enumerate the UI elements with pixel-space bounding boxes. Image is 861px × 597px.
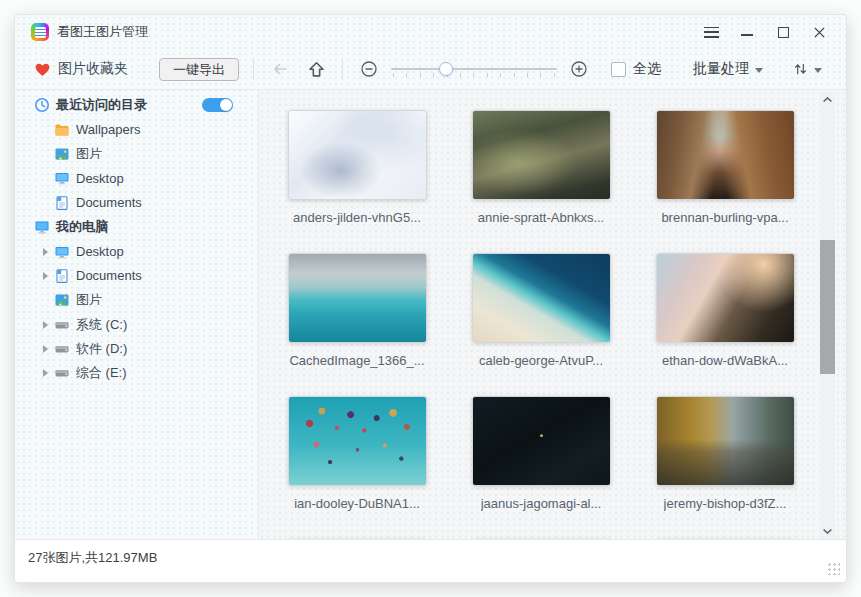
grid-item[interactable]: jeremy-bishop-d3fZ... — [633, 396, 816, 539]
menu-icon[interactable] — [698, 21, 724, 43]
thumbnail-filename: brennan-burling-vpa... — [661, 210, 788, 225]
sidebar-item[interactable]: 图片 — [15, 288, 258, 312]
grid-item[interactable]: caleb-george-AtvuP... — [449, 253, 633, 396]
grid-item[interactable]: jaanus-jagomagi-al... — [449, 396, 633, 539]
drive-icon — [54, 317, 70, 333]
toolbar-divider — [342, 58, 343, 80]
statusbar: 27张图片,共121.97MB — [15, 539, 846, 582]
sidebar-section[interactable]: 我的电脑 — [15, 215, 258, 239]
grid-item[interactable]: annie-spratt-Abnkxs... — [449, 110, 633, 253]
sidebar-item[interactable]: Desktop — [15, 239, 258, 263]
expand-caret-icon[interactable] — [43, 272, 54, 280]
zoom-out-icon[interactable] — [357, 57, 381, 81]
grid-item[interactable]: ian-dooley-DuBNA1... — [265, 396, 449, 539]
zoom-slider-ticks — [393, 73, 555, 77]
thumbnail-filename: ian-dooley-DuBNA1... — [294, 496, 420, 511]
resize-grip[interactable] — [827, 562, 840, 575]
expand-caret-icon[interactable] — [43, 369, 54, 377]
batch-process-button[interactable]: 批量处理 — [693, 60, 763, 78]
window-title: 看图王图片管理 — [57, 23, 148, 41]
sidebar-item[interactable]: 软件 (D:) — [15, 337, 258, 361]
grid-item[interactable]: ethan-dow-dWaBkA... — [633, 253, 816, 396]
sidebar-item-label: 图片 — [76, 291, 102, 309]
vertical-scrollbar[interactable] — [820, 92, 835, 539]
sidebar-item[interactable]: 系统 (C:) — [15, 313, 258, 337]
sidebar-item[interactable]: Documents — [15, 191, 258, 215]
thumbnail-filename: anders-jilden-vhnG5... — [293, 210, 421, 225]
maximize-icon[interactable] — [770, 21, 796, 43]
sidebar-section-label: 我的电脑 — [56, 218, 108, 236]
toolbar: 图片收藏夹 一键导出 全选 批量处理 — [15, 49, 846, 90]
sidebar-item-label: 软件 (D:) — [76, 340, 127, 358]
chevron-down-icon — [814, 68, 822, 73]
drive-icon — [54, 365, 70, 381]
thumbnail-filename: ethan-dow-dWaBkA... — [662, 353, 788, 368]
minimize-icon[interactable] — [734, 21, 760, 43]
titlebar: 看图王图片管理 — [15, 15, 846, 49]
sort-button[interactable] — [793, 61, 822, 77]
zoom-slider[interactable] — [391, 57, 557, 81]
picture-icon — [54, 146, 70, 162]
favorites-label: 图片收藏夹 — [58, 60, 128, 78]
clock-icon — [34, 97, 50, 113]
sidebar-section[interactable]: 最近访问的目录 — [15, 93, 258, 117]
expand-caret-icon[interactable] — [43, 345, 54, 353]
home-up-icon[interactable] — [304, 57, 328, 81]
sidebar-item[interactable]: 综合 (E:) — [15, 361, 258, 385]
thumbnail-grid: anders-jilden-vhnG5...annie-spratt-Abnkx… — [259, 90, 816, 539]
export-button[interactable]: 一键导出 — [159, 58, 239, 81]
sidebar-item-label: Documents — [76, 195, 142, 210]
grid-item[interactable]: anders-jilden-vhnG5... — [265, 110, 449, 253]
close-icon[interactable] — [806, 21, 832, 43]
thumbnail-image[interactable] — [288, 253, 427, 343]
toolbar-right-group: 全选 批量处理 — [611, 60, 822, 78]
batch-process-label: 批量处理 — [693, 60, 749, 78]
thumbnail-image[interactable] — [288, 396, 427, 486]
thumbnail-filename: CachedImage_1366_... — [289, 353, 424, 368]
thumbnail-image[interactable] — [472, 253, 611, 343]
grid-item[interactable]: CachedImage_1366_... — [265, 253, 449, 396]
zoom-slider-thumb[interactable] — [439, 62, 453, 76]
thumbnail-image[interactable] — [656, 396, 795, 486]
thumbnail-image[interactable] — [656, 110, 795, 200]
scrollbar-thumb[interactable] — [820, 240, 835, 373]
grid-item[interactable]: brennan-burling-vpa... — [633, 110, 816, 253]
window-controls — [698, 21, 832, 43]
thumbnail-image[interactable] — [472, 110, 611, 200]
thumbnail-image[interactable] — [472, 396, 611, 486]
thumbnail-filename: jeremy-bishop-d3fZ... — [664, 496, 787, 511]
document-icon — [54, 268, 70, 284]
sidebar-item[interactable]: Wallpapers — [15, 117, 258, 141]
select-all-checkbox[interactable] — [611, 62, 626, 77]
sidebar-item-label: 系统 (C:) — [76, 316, 127, 334]
sidebar-item[interactable]: 图片 — [15, 142, 258, 166]
app-window: 看图王图片管理 图片收藏夹 一键导出 — [14, 14, 847, 583]
expand-caret-icon[interactable] — [43, 248, 54, 256]
desktop-icon — [54, 170, 70, 186]
recent-toggle[interactable] — [202, 98, 233, 112]
back-icon[interactable] — [268, 57, 292, 81]
thumbnail-image[interactable] — [288, 110, 427, 200]
document-icon — [54, 195, 70, 211]
thumbnail-filename: caleb-george-AtvuP... — [479, 353, 603, 368]
zoom-in-icon[interactable] — [567, 57, 591, 81]
content-area: anders-jilden-vhnG5...annie-spratt-Abnkx… — [259, 90, 846, 539]
scroll-up-icon[interactable] — [820, 92, 835, 107]
sidebar-section-label: 最近访问的目录 — [56, 96, 147, 114]
sidebar-item-label: Documents — [76, 268, 142, 283]
thumbnail-filename: jaanus-jagomagi-al... — [481, 496, 602, 511]
sidebar-item[interactable]: Desktop — [15, 166, 258, 190]
thumbnail-image[interactable] — [656, 253, 795, 343]
toolbar-divider — [253, 58, 254, 80]
sidebar-item[interactable]: Documents — [15, 264, 258, 288]
sidebar-item-label: Desktop — [76, 244, 124, 259]
scrollbar-track[interactable] — [820, 107, 835, 524]
zoom-slider-track[interactable] — [391, 68, 557, 70]
expand-caret-icon[interactable] — [43, 321, 54, 329]
main-area: 最近访问的目录Wallpapers图片DesktopDocuments我的电脑D… — [15, 90, 846, 539]
sort-arrows-icon — [793, 61, 808, 77]
thumbnail-filename: annie-spratt-Abnkxs... — [478, 210, 604, 225]
status-text: 27张图片,共121.97MB — [28, 550, 157, 565]
scroll-down-icon[interactable] — [820, 524, 835, 539]
sidebar-item-label: 图片 — [76, 145, 102, 163]
